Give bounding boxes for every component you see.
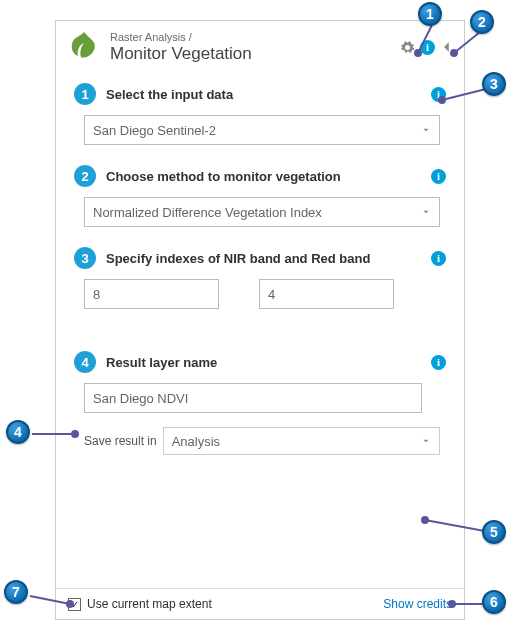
callout-4: 4	[6, 420, 32, 446]
panel-footer: ✓ Use current map extent Show credits	[56, 588, 464, 619]
page-title: Monitor Vegetation	[110, 44, 400, 64]
analysis-panel: Raster Analysis / Monitor Vegetation i 1…	[55, 20, 465, 620]
select-value: San Diego Sentinel-2	[93, 123, 216, 138]
info-icon[interactable]: i	[431, 355, 446, 370]
save-in-label: Save result in	[84, 434, 157, 448]
chevron-down-icon	[421, 123, 431, 138]
panel-header: Raster Analysis / Monitor Vegetation i	[56, 21, 464, 69]
select-value: Analysis	[172, 434, 220, 449]
callout-7: 7	[4, 580, 30, 606]
section-label: Result layer name	[106, 355, 431, 370]
callout-2: 2	[470, 10, 496, 36]
chevron-down-icon	[421, 205, 431, 220]
section-bands: 3 Specify indexes of NIR band and Red ba…	[56, 239, 464, 309]
info-icon[interactable]: i	[420, 40, 435, 55]
info-icon[interactable]: i	[431, 251, 446, 266]
section-label: Choose method to monitor vegetation	[106, 169, 431, 184]
callout-5: 5	[482, 520, 508, 546]
callout-3: 3	[482, 72, 508, 98]
extent-checkbox[interactable]: ✓	[68, 598, 81, 611]
chevron-down-icon	[421, 434, 431, 449]
step-badge: 4	[74, 351, 96, 373]
red-band-input[interactable]: 4	[259, 279, 394, 309]
breadcrumb[interactable]: Raster Analysis /	[110, 31, 400, 43]
result-name-input[interactable]: San Diego NDVI	[84, 383, 422, 413]
section-input-data: 1 Select the input data i San Diego Sent…	[56, 75, 464, 145]
section-label: Select the input data	[106, 87, 431, 102]
callout-6: 6	[482, 590, 508, 616]
show-credits-link[interactable]: Show credits	[383, 597, 452, 611]
section-label: Specify indexes of NIR band and Red band	[106, 251, 431, 266]
select-value: Normalized Difference Vegetation Index	[93, 205, 322, 220]
callout-1: 1	[418, 2, 444, 28]
step-badge: 3	[74, 247, 96, 269]
gear-icon[interactable]	[400, 40, 415, 55]
info-icon[interactable]: i	[431, 87, 446, 102]
section-method: 2 Choose method to monitor vegetation i …	[56, 157, 464, 227]
info-icon[interactable]: i	[431, 169, 446, 184]
input-data-select[interactable]: San Diego Sentinel-2	[84, 115, 440, 145]
section-result: 4 Result layer name i San Diego NDVI Sav…	[56, 343, 464, 455]
step-badge: 1	[74, 83, 96, 105]
collapse-icon[interactable]	[440, 40, 454, 54]
nir-band-input[interactable]: 8	[84, 279, 219, 309]
extent-label: Use current map extent	[87, 597, 212, 611]
save-in-select[interactable]: Analysis	[163, 427, 440, 455]
leaf-icon	[66, 29, 102, 65]
method-select[interactable]: Normalized Difference Vegetation Index	[84, 197, 440, 227]
step-badge: 2	[74, 165, 96, 187]
